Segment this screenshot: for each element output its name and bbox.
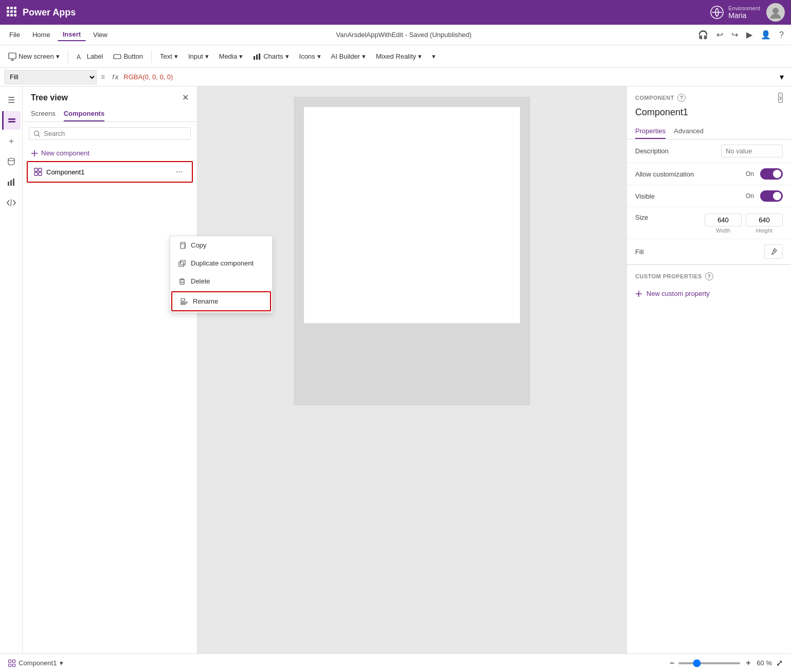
redo-icon[interactable]: ↪ xyxy=(728,28,741,42)
environment-area: Environment Maria xyxy=(710,5,760,20)
menu-home[interactable]: Home xyxy=(27,29,56,41)
hamburger-icon[interactable]: ☰ xyxy=(2,91,21,109)
component-ellipsis-button[interactable]: ··· xyxy=(173,166,186,178)
prop-description: Description xyxy=(627,139,791,163)
tab-components[interactable]: Components xyxy=(64,107,104,121)
visible-toggle-group: On xyxy=(746,190,783,202)
formula-chevron[interactable]: ▾ xyxy=(777,72,787,82)
expand-button[interactable]: ⤢ xyxy=(776,658,783,668)
tree-header: Tree view ✕ xyxy=(23,86,197,107)
undo-icon[interactable]: ↩ xyxy=(713,28,726,42)
new-screen-button[interactable]: New screen ▾ xyxy=(4,50,64,63)
height-group: Height xyxy=(746,214,783,234)
customization-toggle[interactable] xyxy=(760,168,783,180)
prop-allow-customization: Allow customization On xyxy=(627,163,791,185)
status-chevron[interactable]: ▾ xyxy=(60,659,63,667)
chart-icon[interactable] xyxy=(2,173,21,191)
grid-icon[interactable] xyxy=(6,6,16,19)
size-inputs: Width Height xyxy=(705,214,783,234)
width-input[interactable] xyxy=(705,214,742,226)
menu-insert[interactable]: Insert xyxy=(58,28,86,41)
new-custom-property-button[interactable]: New custom property xyxy=(627,285,791,303)
menu-view[interactable]: View xyxy=(88,29,113,41)
panel-section-label: COMPONENT ? xyxy=(635,94,686,102)
menu-right-icons: 🎧 ↩ ↪ ▶ 👤 ? xyxy=(695,28,787,42)
svg-rect-37 xyxy=(181,260,185,265)
search-input[interactable] xyxy=(44,130,186,137)
media-button[interactable]: Media ▾ xyxy=(215,50,247,62)
component-item-1[interactable]: Component1 ··· xyxy=(27,161,193,183)
charts-button[interactable]: Charts ▾ xyxy=(249,50,293,62)
database-icon[interactable] xyxy=(2,152,21,171)
property-select[interactable]: Fill xyxy=(4,70,97,84)
svg-rect-8 xyxy=(14,14,16,16)
label-button[interactable]: A Label xyxy=(73,50,107,62)
zoom-out-button[interactable]: − xyxy=(670,659,674,668)
layers-icon[interactable] xyxy=(2,111,21,130)
headphone-icon[interactable]: 🎧 xyxy=(695,28,711,42)
icons-button[interactable]: Icons ▾ xyxy=(295,50,325,62)
tree-panel: Tree view ✕ Screens Components New compo… xyxy=(23,86,197,653)
tab-screens[interactable]: Screens xyxy=(31,107,56,121)
prop-visible: Visible On xyxy=(627,185,791,207)
svg-rect-24 xyxy=(10,180,12,186)
svg-rect-40 xyxy=(181,302,187,303)
custom-props-header: CUSTOM PROPERTIES ? xyxy=(627,264,791,285)
chart-sidebar-svg xyxy=(7,178,16,187)
svg-rect-38 xyxy=(180,279,184,284)
svg-rect-36 xyxy=(179,262,184,267)
ai-builder-button[interactable]: AI Builder ▾ xyxy=(327,50,370,62)
height-input[interactable] xyxy=(746,214,783,226)
status-bar: Component1 ▾ − ＋ 60 % ⤢ xyxy=(0,653,791,672)
play-icon[interactable]: ▶ xyxy=(743,28,756,42)
layers-svg xyxy=(7,116,16,125)
width-group: Width xyxy=(705,214,742,234)
help-circle-icon[interactable]: ? xyxy=(677,94,686,102)
more-button[interactable]: ▾ xyxy=(428,50,440,62)
text-button[interactable]: Text ▾ xyxy=(156,50,182,62)
visible-toggle[interactable] xyxy=(760,190,783,202)
plus-icon-custom xyxy=(635,290,642,297)
tree-close-button[interactable]: ✕ xyxy=(182,93,189,102)
svg-rect-2 xyxy=(14,7,16,9)
properties-panel: COMPONENT ? › Component1 Properties Adva… xyxy=(626,86,791,653)
component-grid-icon xyxy=(34,168,42,176)
formula-input[interactable] xyxy=(121,72,777,82)
component-name-label: Component1 xyxy=(46,168,84,176)
equals-icon: = xyxy=(97,73,109,81)
tab-properties[interactable]: Properties xyxy=(635,124,666,139)
zoom-in-button[interactable]: ＋ xyxy=(744,658,752,668)
svg-point-27 xyxy=(34,131,39,135)
app-title-center: VanArsdelAppWithEdit - Saved (Unpublishe… xyxy=(115,31,693,39)
svg-text:A: A xyxy=(77,54,81,60)
button-button[interactable]: Button xyxy=(109,50,147,62)
mixed-reality-chevron: ▾ xyxy=(418,52,422,60)
person-icon[interactable]: 👤 xyxy=(758,28,774,42)
new-component-button[interactable]: New component xyxy=(23,145,197,161)
custom-props-help-icon[interactable]: ? xyxy=(705,272,713,280)
panel-chevron-right[interactable]: › xyxy=(778,93,783,103)
fill-swatch[interactable] xyxy=(764,244,783,259)
plus-icon[interactable]: ＋ xyxy=(2,132,21,150)
new-screen-icon xyxy=(8,52,16,61)
description-input[interactable] xyxy=(721,145,783,157)
context-duplicate[interactable]: Duplicate component xyxy=(170,254,272,272)
svg-rect-0 xyxy=(7,7,9,9)
zoom-slider[interactable] xyxy=(678,662,740,664)
formula-bar: Fill = fx ▾ xyxy=(0,68,791,86)
mixed-reality-button[interactable]: Mixed Reality ▾ xyxy=(372,50,426,62)
svg-rect-3 xyxy=(7,10,9,13)
tab-advanced[interactable]: Advanced xyxy=(674,124,704,139)
app-name: Power Apps xyxy=(23,7,710,18)
delete-icon xyxy=(178,278,186,285)
menu-file[interactable]: File xyxy=(4,29,25,41)
left-sidebar: ☰ ＋ xyxy=(0,86,23,653)
help-icon[interactable]: ? xyxy=(776,28,787,42)
context-copy[interactable]: Copy xyxy=(170,236,272,254)
context-rename[interactable]: Rename xyxy=(171,291,271,311)
user-avatar[interactable] xyxy=(766,3,785,22)
context-delete[interactable]: Delete xyxy=(170,272,272,290)
svg-rect-5 xyxy=(14,10,16,13)
code-icon[interactable] xyxy=(2,193,21,212)
input-button[interactable]: Input ▾ xyxy=(184,50,213,62)
